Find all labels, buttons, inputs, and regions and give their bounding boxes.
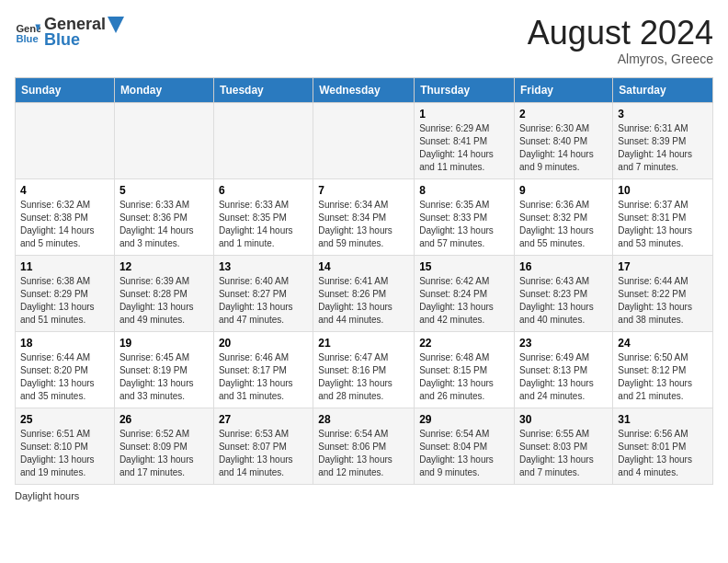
day-number: 17 <box>618 260 708 273</box>
day-header-saturday: Saturday <box>613 77 713 102</box>
day-info-text: Sunrise: 6:55 AM Sunset: 8:03 PM Dayligh… <box>519 428 608 479</box>
day-header-tuesday: Tuesday <box>213 77 313 102</box>
location-subtitle: Almyros, Greece <box>528 52 713 66</box>
calendar-cell: 4Sunrise: 6:32 AM Sunset: 8:38 PM Daylig… <box>16 178 115 255</box>
day-info-text: Sunrise: 6:48 AM Sunset: 8:15 PM Dayligh… <box>419 351 509 403</box>
calendar-week-row: 18Sunrise: 6:44 AM Sunset: 8:20 PM Dayli… <box>16 331 713 408</box>
calendar-cell: 28Sunrise: 6:54 AM Sunset: 8:06 PM Dayli… <box>313 408 415 484</box>
day-info-text: Sunrise: 6:53 AM Sunset: 8:07 PM Dayligh… <box>219 428 308 479</box>
day-number: 28 <box>318 413 409 426</box>
day-number: 12 <box>119 260 209 273</box>
calendar-cell: 6Sunrise: 6:33 AM Sunset: 8:35 PM Daylig… <box>213 178 313 255</box>
day-number: 6 <box>219 184 308 197</box>
day-number: 22 <box>419 337 509 350</box>
calendar-cell: 5Sunrise: 6:33 AM Sunset: 8:36 PM Daylig… <box>114 178 213 255</box>
day-number: 3 <box>618 108 708 121</box>
day-number: 8 <box>419 184 509 197</box>
day-info-text: Sunrise: 6:44 AM Sunset: 8:20 PM Dayligh… <box>20 351 109 403</box>
calendar-cell: 2Sunrise: 6:30 AM Sunset: 8:40 PM Daylig… <box>515 102 613 178</box>
day-info-text: Sunrise: 6:45 AM Sunset: 8:19 PM Dayligh… <box>119 351 209 403</box>
calendar-cell: 8Sunrise: 6:35 AM Sunset: 8:33 PM Daylig… <box>415 178 515 255</box>
day-info-text: Sunrise: 6:32 AM Sunset: 8:38 PM Dayligh… <box>20 199 109 250</box>
day-number: 14 <box>318 260 409 273</box>
day-info-text: Sunrise: 6:40 AM Sunset: 8:27 PM Dayligh… <box>219 275 308 327</box>
day-number: 26 <box>119 413 209 426</box>
calendar-cell <box>16 102 115 178</box>
day-header-sunday: Sunday <box>16 77 115 102</box>
calendar-cell: 20Sunrise: 6:46 AM Sunset: 8:17 PM Dayli… <box>213 331 313 408</box>
calendar-cell <box>114 102 213 178</box>
day-info-text: Sunrise: 6:34 AM Sunset: 8:34 PM Dayligh… <box>318 199 409 250</box>
daylight-label: Daylight hours <box>15 490 79 501</box>
day-info-text: Sunrise: 6:47 AM Sunset: 8:16 PM Dayligh… <box>318 351 409 403</box>
day-info-text: Sunrise: 6:42 AM Sunset: 8:24 PM Dayligh… <box>419 275 509 327</box>
day-number: 23 <box>519 337 608 350</box>
title-block: August 2024 Almyros, Greece <box>528 15 713 66</box>
calendar-cell: 7Sunrise: 6:34 AM Sunset: 8:34 PM Daylig… <box>313 178 415 255</box>
day-info-text: Sunrise: 6:54 AM Sunset: 8:06 PM Dayligh… <box>318 428 409 479</box>
day-header-thursday: Thursday <box>415 77 515 102</box>
calendar-cell: 21Sunrise: 6:47 AM Sunset: 8:16 PM Dayli… <box>313 331 415 408</box>
day-info-text: Sunrise: 6:33 AM Sunset: 8:36 PM Dayligh… <box>119 199 209 250</box>
day-number: 29 <box>419 413 509 426</box>
day-number: 24 <box>618 337 708 350</box>
day-number: 20 <box>219 337 308 350</box>
day-number: 5 <box>119 184 209 197</box>
day-info-text: Sunrise: 6:41 AM Sunset: 8:26 PM Dayligh… <box>318 275 409 327</box>
calendar-cell: 19Sunrise: 6:45 AM Sunset: 8:19 PM Dayli… <box>114 331 213 408</box>
day-header-friday: Friday <box>515 77 613 102</box>
calendar-cell <box>313 102 415 178</box>
calendar-header-row: SundayMondayTuesdayWednesdayThursdayFrid… <box>16 77 713 102</box>
day-info-text: Sunrise: 6:31 AM Sunset: 8:39 PM Dayligh… <box>618 122 708 174</box>
day-info-text: Sunrise: 6:43 AM Sunset: 8:23 PM Dayligh… <box>519 275 608 327</box>
day-info-text: Sunrise: 6:35 AM Sunset: 8:33 PM Dayligh… <box>419 199 509 250</box>
day-number: 10 <box>618 184 708 197</box>
logo-triangle-icon <box>108 17 124 33</box>
day-number: 21 <box>318 337 409 350</box>
calendar-cell: 16Sunrise: 6:43 AM Sunset: 8:23 PM Dayli… <box>515 255 613 331</box>
calendar-cell: 17Sunrise: 6:44 AM Sunset: 8:22 PM Dayli… <box>613 255 713 331</box>
calendar-cell: 27Sunrise: 6:53 AM Sunset: 8:07 PM Dayli… <box>213 408 313 484</box>
calendar-cell: 25Sunrise: 6:51 AM Sunset: 8:10 PM Dayli… <box>16 408 115 484</box>
day-info-text: Sunrise: 6:54 AM Sunset: 8:04 PM Dayligh… <box>419 428 509 479</box>
calendar-cell: 29Sunrise: 6:54 AM Sunset: 8:04 PM Dayli… <box>415 408 515 484</box>
day-info-text: Sunrise: 6:39 AM Sunset: 8:28 PM Dayligh… <box>119 275 209 327</box>
day-number: 19 <box>119 337 209 350</box>
day-number: 1 <box>419 108 509 121</box>
day-number: 2 <box>519 108 608 121</box>
day-number: 13 <box>219 260 308 273</box>
calendar-cell: 14Sunrise: 6:41 AM Sunset: 8:26 PM Dayli… <box>313 255 415 331</box>
day-number: 7 <box>318 184 409 197</box>
svg-text:Blue: Blue <box>16 33 38 44</box>
calendar-cell: 30Sunrise: 6:55 AM Sunset: 8:03 PM Dayli… <box>515 408 613 484</box>
calendar-cell: 11Sunrise: 6:38 AM Sunset: 8:29 PM Dayli… <box>16 255 115 331</box>
calendar-cell: 24Sunrise: 6:50 AM Sunset: 8:12 PM Dayli… <box>613 331 713 408</box>
day-info-text: Sunrise: 6:46 AM Sunset: 8:17 PM Dayligh… <box>219 351 308 403</box>
calendar-cell <box>213 102 313 178</box>
calendar-cell: 31Sunrise: 6:56 AM Sunset: 8:01 PM Dayli… <box>613 408 713 484</box>
month-year-title: August 2024 <box>528 15 713 52</box>
day-info-text: Sunrise: 6:29 AM Sunset: 8:41 PM Dayligh… <box>419 122 509 174</box>
day-header-wednesday: Wednesday <box>313 77 415 102</box>
page-header: General Blue General Blue August 2024 Al… <box>15 15 713 66</box>
day-info-text: Sunrise: 6:30 AM Sunset: 8:40 PM Dayligh… <box>519 122 608 174</box>
svg-marker-3 <box>108 17 124 33</box>
day-number: 16 <box>519 260 608 273</box>
calendar-cell: 12Sunrise: 6:39 AM Sunset: 8:28 PM Dayli… <box>114 255 213 331</box>
day-info-text: Sunrise: 6:33 AM Sunset: 8:35 PM Dayligh… <box>219 199 308 250</box>
calendar-cell: 1Sunrise: 6:29 AM Sunset: 8:41 PM Daylig… <box>415 102 515 178</box>
logo: General Blue General Blue <box>15 15 124 50</box>
calendar-cell: 3Sunrise: 6:31 AM Sunset: 8:39 PM Daylig… <box>613 102 713 178</box>
calendar-footer: Daylight hours <box>15 490 713 501</box>
day-info-text: Sunrise: 6:51 AM Sunset: 8:10 PM Dayligh… <box>20 428 109 479</box>
day-number: 25 <box>20 413 109 426</box>
calendar-week-row: 1Sunrise: 6:29 AM Sunset: 8:41 PM Daylig… <box>16 102 713 178</box>
calendar-cell: 18Sunrise: 6:44 AM Sunset: 8:20 PM Dayli… <box>16 331 115 408</box>
calendar-cell: 23Sunrise: 6:49 AM Sunset: 8:13 PM Dayli… <box>515 331 613 408</box>
calendar-cell: 10Sunrise: 6:37 AM Sunset: 8:31 PM Dayli… <box>613 178 713 255</box>
day-info-text: Sunrise: 6:52 AM Sunset: 8:09 PM Dayligh… <box>119 428 209 479</box>
calendar-cell: 26Sunrise: 6:52 AM Sunset: 8:09 PM Dayli… <box>114 408 213 484</box>
calendar-week-row: 25Sunrise: 6:51 AM Sunset: 8:10 PM Dayli… <box>16 408 713 484</box>
calendar-cell: 9Sunrise: 6:36 AM Sunset: 8:32 PM Daylig… <box>515 178 613 255</box>
day-number: 18 <box>20 337 109 350</box>
